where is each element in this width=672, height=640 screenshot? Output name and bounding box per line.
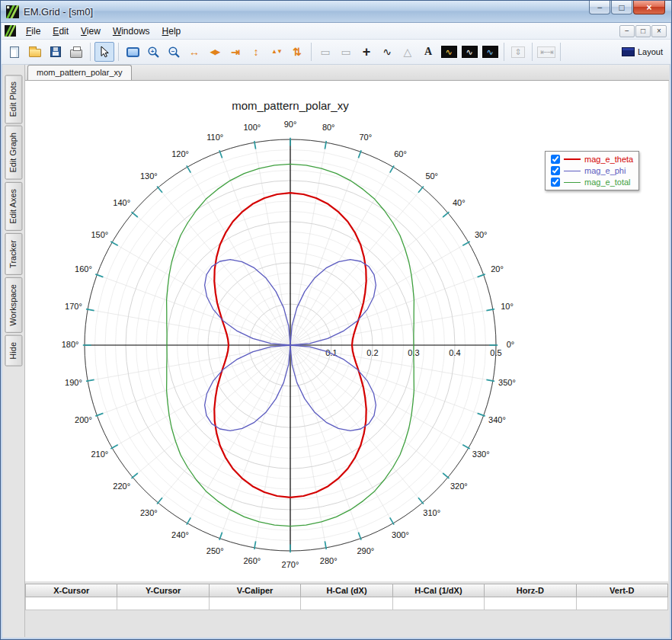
crosshair-cursor-button[interactable]: + <box>357 42 376 62</box>
sidebar-tab-edit-axes[interactable]: Edit Axes <box>5 182 22 231</box>
pattern-view-1-button[interactable]: ∿ <box>439 42 459 62</box>
text-tool-icon: A <box>424 46 432 57</box>
polar-grid-spoke <box>254 345 290 548</box>
menu-items: FileEditViewWindowsHelp <box>20 24 187 39</box>
layout-label: Layout <box>638 47 663 56</box>
menu-help[interactable]: Help <box>156 24 187 39</box>
angle-label: 170° <box>65 302 82 311</box>
toolbar-items: +−↔◀▶⇥↕▲▼⇅▭▭+∿△A∿∿∿⇕⇤⇥Layout <box>5 42 667 62</box>
legend-checkbox-mag_e_theta[interactable] <box>551 155 560 164</box>
menu-file[interactable]: File <box>20 24 46 39</box>
toolbar-separator <box>90 43 91 61</box>
app-icon <box>6 5 19 18</box>
pattern-view-2-button[interactable]: ∿ <box>459 42 479 62</box>
select-rect-button: ▭ <box>315 42 335 62</box>
print-button[interactable] <box>66 42 86 62</box>
sidebar: Edit PlotsEdit GraphEdit AxesTrackerWork… <box>3 65 25 637</box>
legend-checkbox-mag_e_phi[interactable] <box>551 166 560 175</box>
sidebar-tab-hide[interactable]: Hide <box>5 335 22 366</box>
legend-row: mag_e_theta <box>551 155 633 164</box>
plot-area: 0°10°20°30°40°50°60°70°80°90°100°110°120… <box>25 81 668 581</box>
readout-header-cell: V-Caliper <box>210 584 301 597</box>
angle-label: 250° <box>206 546 224 555</box>
readout-value-cell <box>577 597 668 610</box>
angle-label: 110° <box>206 133 223 142</box>
angle-label: 0° <box>507 340 515 349</box>
mdi-close-button[interactable]: × <box>651 25 667 37</box>
sidebar-tab-tracker[interactable]: Tracker <box>5 233 22 275</box>
angle-label: 260° <box>243 556 261 565</box>
text-tool-button[interactable]: A <box>418 42 438 62</box>
fit-vertical-icon: ⇕ <box>511 46 524 58</box>
triangle-marker-button: △ <box>398 42 418 62</box>
mdi-restore-button[interactable]: □ <box>635 25 651 37</box>
pointer-tool-button[interactable] <box>94 42 114 62</box>
angle-label: 150° <box>91 230 108 239</box>
polar-grid-spoke <box>290 345 393 523</box>
minimize-button[interactable]: − <box>589 1 610 14</box>
zoom-window-button[interactable] <box>123 42 142 62</box>
polar-grid-spoke <box>290 345 493 381</box>
zoom-in-button[interactable]: + <box>143 42 163 62</box>
zoom-in-icon: + <box>147 46 160 59</box>
trace-cursor-button[interactable]: ∿ <box>377 42 397 62</box>
shift-x-button[interactable]: ◀▶ <box>205 42 225 62</box>
sidebar-tab-edit-graph[interactable]: Edit Graph <box>5 126 22 180</box>
titlebar[interactable]: EM.Grid - [sm0] − □ × <box>1 1 671 23</box>
menu-edit[interactable]: Edit <box>46 24 75 39</box>
crosshair-cursor-icon: + <box>363 45 371 59</box>
window-controls: − □ × <box>588 1 665 14</box>
polar-grid-spoke <box>112 345 290 448</box>
polar-grid-spoke <box>88 309 290 345</box>
menu-windows[interactable]: Windows <box>107 24 156 39</box>
angle-label: 330° <box>472 450 490 459</box>
zoom-window-icon <box>126 47 139 57</box>
readout-value-cell <box>210 597 301 610</box>
mdi-close-icon: × <box>657 27 661 35</box>
open-file-button[interactable] <box>25 42 45 62</box>
document-tab[interactable]: mom_pattern_polar_xy <box>27 65 132 80</box>
angle-label: 220° <box>113 482 130 491</box>
full-scale-y-button[interactable]: ⇅ <box>287 42 307 62</box>
full-scale-x-button[interactable]: ⇥ <box>226 42 245 62</box>
close-button[interactable]: × <box>633 1 665 14</box>
sidebar-tab-workspace[interactable]: Workspace <box>5 277 22 333</box>
pattern-view-3-button[interactable]: ∿ <box>480 42 500 62</box>
angle-tick <box>157 498 162 504</box>
legend-line-sample <box>564 158 581 160</box>
toolbar-separator <box>504 43 504 61</box>
menu-view[interactable]: View <box>75 24 107 39</box>
legend-row: mag_e_phi <box>551 166 633 175</box>
save-button[interactable] <box>46 42 66 62</box>
expand-x-button[interactable]: ↔ <box>184 42 204 62</box>
pointer-tool-icon <box>98 46 110 58</box>
select-region-button: ▭ <box>336 42 356 62</box>
shift-y-button[interactable]: ▲▼ <box>267 42 286 62</box>
readout-header: X-CursorY-CursorV-CaliperH-Cal (dX)H-Cal… <box>25 584 668 597</box>
radial-tick-label: 0.2 <box>366 348 378 357</box>
print-icon <box>70 50 82 58</box>
maximize-button[interactable]: □ <box>611 1 632 14</box>
mdi-minimize-icon: − <box>625 27 629 35</box>
mdi-minimize-button[interactable]: − <box>619 25 635 37</box>
sidebar-tab-edit-plots[interactable]: Edit Plots <box>5 75 22 123</box>
shift-y-icon: ▲▼ <box>271 49 282 55</box>
angle-label: 200° <box>75 415 92 424</box>
angle-label: 210° <box>91 450 108 459</box>
svg-text:−: − <box>171 47 174 54</box>
document-tab-label: mom_pattern_polar_xy <box>37 68 123 77</box>
angle-label: 270° <box>282 560 299 569</box>
legend-checkbox-mag_e_total[interactable] <box>551 178 560 187</box>
expand-y-button[interactable]: ↕ <box>246 42 266 62</box>
readout-value-cell <box>393 597 485 610</box>
toolbar: +−↔◀▶⇥↕▲▼⇅▭▭+∿△A∿∿∿⇕⇤⇥Layout <box>2 40 670 65</box>
angle-label: 230° <box>140 508 158 517</box>
legend-label-mag_e_phi: mag_e_phi <box>584 166 626 175</box>
angle-label: 20° <box>491 264 504 274</box>
zoom-out-button[interactable]: − <box>164 42 184 62</box>
angle-label: 190° <box>65 378 82 387</box>
layout-button[interactable]: Layout <box>617 42 667 62</box>
readout-value-cell <box>117 597 209 610</box>
angle-label: 350° <box>498 378 516 387</box>
new-document-button[interactable] <box>5 42 24 62</box>
